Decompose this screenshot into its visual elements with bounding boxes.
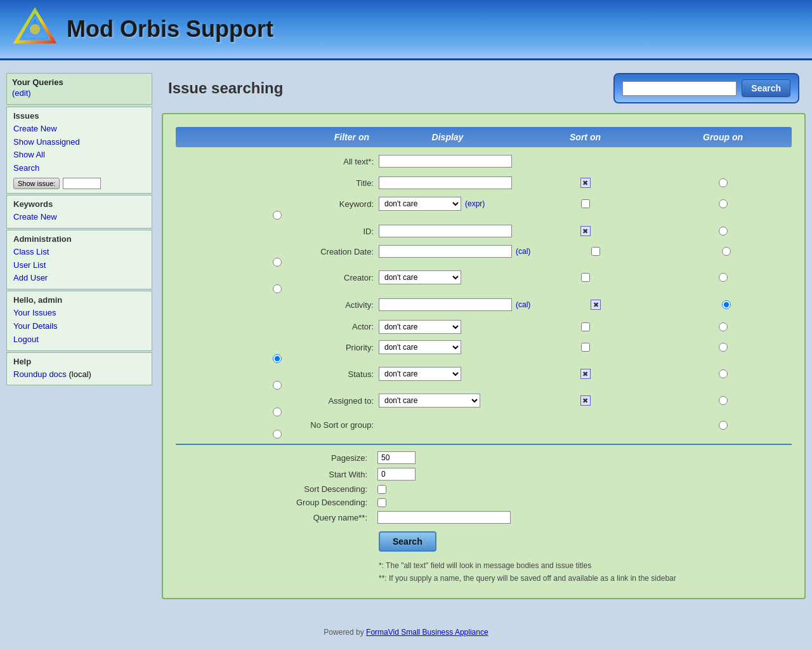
assigned-to-display-checkbox[interactable]: ✖ bbox=[580, 395, 591, 406]
your-issues-link[interactable]: Your Issues bbox=[13, 307, 145, 320]
logout-link[interactable]: Logout bbox=[13, 333, 145, 347]
creator-select[interactable]: don't care bbox=[379, 270, 461, 284]
activity-display-checkbox[interactable]: ✖ bbox=[591, 300, 601, 310]
keyword-expr-link[interactable]: (expr) bbox=[465, 199, 485, 208]
creator-label: Creator: bbox=[176, 273, 379, 282]
title-input[interactable] bbox=[379, 176, 512, 189]
issues-create-new-link[interactable]: Create New bbox=[13, 123, 145, 136]
issues-show-all-link[interactable]: Show All bbox=[13, 149, 145, 162]
creation-date-display-checkbox[interactable] bbox=[591, 247, 600, 256]
actor-sort-radio[interactable] bbox=[719, 322, 728, 331]
keyword-select[interactable]: don't care bbox=[379, 197, 461, 211]
keyword-group-radio[interactable] bbox=[273, 211, 282, 220]
id-input[interactable] bbox=[379, 225, 512, 237]
priority-group-radio[interactable] bbox=[273, 354, 282, 363]
edit-queries-link[interactable]: (edit) bbox=[12, 87, 147, 100]
id-display-checkbox[interactable]: ✖ bbox=[580, 226, 591, 236]
actor-display bbox=[516, 322, 654, 331]
keywords-create-new-link[interactable]: Create New bbox=[13, 211, 145, 224]
keyword-field: don't care (expr) bbox=[379, 197, 516, 211]
assigned-to-sort-radio[interactable] bbox=[719, 396, 728, 405]
priority-sort-radio[interactable] bbox=[719, 343, 728, 352]
group-descending-checkbox[interactable] bbox=[377, 498, 386, 507]
start-with-row: Start With: bbox=[176, 468, 792, 481]
activity-input[interactable] bbox=[379, 298, 512, 311]
header-search-button[interactable]: Search bbox=[742, 79, 790, 97]
creator-display-checkbox[interactable] bbox=[581, 273, 590, 282]
no-sort-radio[interactable] bbox=[719, 421, 728, 430]
status-sort-radio[interactable] bbox=[719, 369, 728, 378]
creation-date-cal-link[interactable]: (cal) bbox=[516, 247, 530, 256]
creation-date-input[interactable] bbox=[379, 245, 512, 258]
pagesize-input[interactable] bbox=[377, 451, 416, 464]
status-select[interactable]: don't care bbox=[379, 367, 461, 381]
header-search-input[interactable] bbox=[622, 81, 737, 96]
title-sort bbox=[654, 178, 792, 187]
administration-subsection: Administration Class List User List Add … bbox=[6, 230, 152, 289]
query-name-row: Query name**: bbox=[176, 511, 792, 524]
id-display: ✖ bbox=[516, 226, 654, 236]
footer-link[interactable]: FormaVid Small Business Appliance bbox=[366, 628, 488, 637]
footnote-2: **: If you supply a name, the query will… bbox=[379, 572, 792, 585]
help-subsection: Help Roundup docs (local) bbox=[6, 352, 152, 386]
creator-sort-radio[interactable] bbox=[719, 273, 728, 282]
bottom-fields: Pagesize: Start With: Sort Descending: G… bbox=[176, 451, 792, 524]
activity-cal-link[interactable]: (cal) bbox=[516, 300, 530, 309]
assigned-to-group-radio[interactable] bbox=[273, 408, 282, 416]
no-group-radio[interactable] bbox=[273, 430, 282, 439]
id-label: ID: bbox=[176, 227, 379, 236]
all-text-input[interactable] bbox=[379, 155, 512, 168]
priority-select[interactable]: don't care bbox=[379, 340, 461, 354]
creator-group bbox=[176, 284, 379, 293]
creator-group-radio[interactable] bbox=[273, 284, 282, 293]
creation-date-group-radio[interactable] bbox=[273, 258, 282, 267]
start-with-input[interactable] bbox=[377, 468, 416, 481]
group-on-header: Group on bbox=[654, 132, 792, 142]
title-display-checkbox[interactable]: ✖ bbox=[580, 178, 591, 188]
header-search-area: Search bbox=[613, 73, 799, 103]
issues-show-unassigned-link[interactable]: Show Unassigned bbox=[13, 136, 145, 149]
keyword-sort-radio[interactable] bbox=[719, 199, 728, 208]
filter-on-header: Filter on bbox=[176, 132, 379, 142]
status-display: ✖ bbox=[516, 369, 654, 379]
id-sort-radio[interactable] bbox=[719, 227, 728, 235]
priority-display-checkbox[interactable] bbox=[581, 343, 590, 352]
row-actor: Actor: don't care bbox=[176, 319, 792, 336]
assigned-to-select[interactable]: don't care bbox=[379, 394, 480, 408]
main-container: Your Queries (edit) Issues Create New Sh… bbox=[0, 60, 812, 612]
title-field bbox=[379, 176, 516, 189]
your-details-link[interactable]: Your Details bbox=[13, 320, 145, 333]
title-sort-radio[interactable] bbox=[719, 178, 728, 187]
priority-field: don't care bbox=[379, 340, 516, 354]
query-name-input[interactable] bbox=[377, 511, 511, 524]
sort-descending-checkbox[interactable] bbox=[377, 485, 386, 494]
actor-select[interactable]: don't care bbox=[379, 320, 461, 334]
pagesize-label: Pagesize: bbox=[176, 453, 372, 463]
roundup-docs-link[interactable]: Roundup docs bbox=[13, 369, 67, 379]
site-logo bbox=[13, 7, 57, 51]
creation-date-sort-radio[interactable] bbox=[722, 247, 731, 256]
keywords-title: Keywords bbox=[13, 199, 145, 209]
show-issue-button[interactable]: Show issue: bbox=[13, 178, 60, 189]
svg-point-2 bbox=[30, 24, 40, 34]
title-label: Title: bbox=[176, 178, 379, 188]
user-list-link[interactable]: User List bbox=[13, 259, 145, 272]
status-display-checkbox[interactable]: ✖ bbox=[580, 369, 591, 379]
activity-sort-radio[interactable] bbox=[722, 300, 731, 309]
add-user-link[interactable]: Add User bbox=[13, 272, 145, 285]
class-list-link[interactable]: Class List bbox=[13, 246, 145, 259]
issues-search-link[interactable]: Search bbox=[13, 162, 145, 175]
search-submit-button[interactable]: Search bbox=[379, 531, 436, 552]
row-no-sort-group: No Sort or group: bbox=[176, 420, 792, 439]
hello-title: Hello, admin bbox=[13, 295, 145, 305]
site-header: Mod Orbis Support bbox=[0, 0, 812, 60]
your-queries-section: Your Queries (edit) bbox=[6, 73, 152, 105]
priority-display bbox=[516, 343, 654, 352]
keyword-display-checkbox[interactable] bbox=[581, 199, 590, 208]
show-issue-input[interactable] bbox=[63, 178, 101, 189]
creation-date-group bbox=[176, 258, 379, 267]
actor-display-checkbox[interactable] bbox=[581, 322, 590, 331]
status-group-radio[interactable] bbox=[273, 381, 282, 390]
id-field bbox=[379, 225, 516, 237]
keyword-sort bbox=[654, 199, 792, 208]
